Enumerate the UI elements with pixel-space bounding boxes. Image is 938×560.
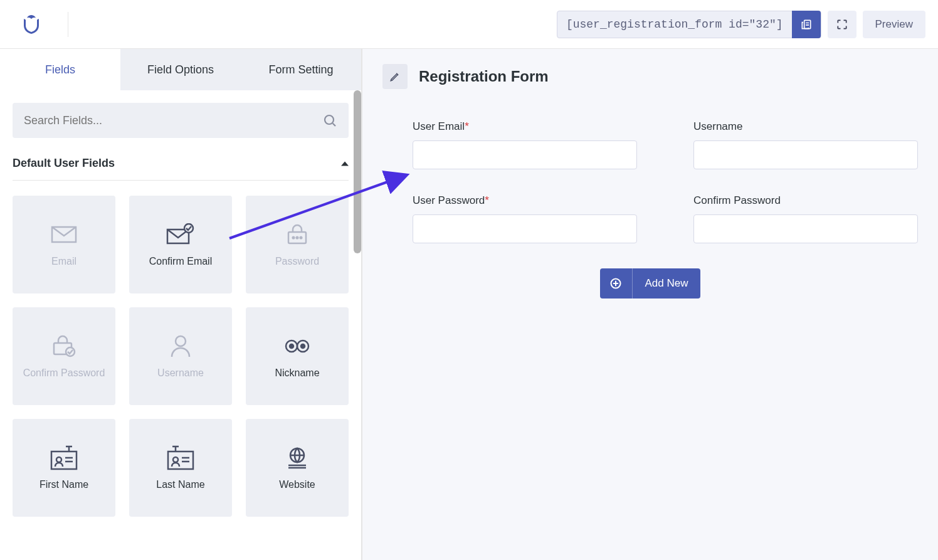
tab-field-options[interactable]: Field Options	[120, 49, 241, 90]
field-tile-nickname[interactable]: Nickname	[246, 307, 349, 405]
add-new-row: Add New	[382, 268, 918, 298]
svg-point-11	[176, 336, 186, 346]
field-tile-confirm-email[interactable]: Confirm Email	[129, 196, 232, 293]
field-label: First Name	[40, 479, 88, 490]
sidebar-body: Default User Fields Email Confirm Email	[0, 90, 361, 529]
field-tile-password[interactable]: Password	[246, 196, 349, 293]
svg-point-1	[325, 115, 334, 124]
pencil-icon	[389, 71, 401, 82]
field-input[interactable]	[693, 140, 918, 169]
scrollbar[interactable]	[354, 90, 361, 253]
field-label: Password	[275, 256, 319, 267]
form-field-username[interactable]: Username	[693, 120, 918, 169]
field-input[interactable]	[693, 214, 918, 243]
section-header[interactable]: Default User Fields	[13, 151, 349, 181]
confirm-password-icon	[51, 334, 76, 359]
header: [user_registration_form id="32"] Preview	[0, 0, 938, 49]
name-icon	[50, 445, 78, 470]
tab-fields[interactable]: Fields	[0, 49, 120, 90]
divider	[68, 12, 68, 37]
field-label: User Email*	[413, 120, 637, 133]
username-icon	[170, 334, 191, 359]
svg-point-6	[293, 237, 295, 239]
field-label: Nickname	[275, 367, 319, 379]
clipboard-icon	[800, 18, 813, 31]
form-title-row: Registration Form	[382, 64, 918, 89]
shortcode-box: [user_registration_form id="32"]	[557, 11, 821, 38]
nickname-icon	[283, 334, 311, 359]
section-title: Default User Fields	[13, 157, 115, 170]
field-label: Username	[693, 120, 918, 133]
password-icon	[286, 222, 308, 247]
search-input[interactable]	[13, 103, 349, 138]
sidebar: Fields Field Options Form Setting Defaul…	[0, 49, 362, 560]
field-tile-website[interactable]: Website	[246, 419, 349, 517]
field-label: Username	[157, 367, 204, 379]
form-field-user-email[interactable]: User Email*	[413, 120, 637, 169]
field-input[interactable]	[413, 214, 637, 243]
field-label: Confirm Password	[23, 367, 105, 379]
preview-button[interactable]: Preview	[863, 11, 925, 38]
search	[13, 103, 349, 138]
field-tile-email[interactable]: Email	[13, 196, 115, 293]
field-tile-first-name[interactable]: First Name	[13, 419, 115, 517]
copy-button[interactable]	[792, 11, 821, 38]
form-field-user-password[interactable]: User Password*	[413, 194, 637, 243]
preview-label: Preview	[875, 18, 913, 31]
svg-point-14	[290, 344, 293, 348]
form-title[interactable]: Registration Form	[419, 68, 549, 85]
header-left	[13, 12, 68, 37]
svg-point-8	[300, 237, 302, 239]
field-tile-last-name[interactable]: Last Name	[129, 419, 232, 517]
website-icon	[285, 445, 310, 470]
svg-point-15	[301, 344, 305, 348]
form-row: User Email* Username	[382, 120, 918, 169]
field-label: Confirm Password	[693, 194, 918, 207]
field-input[interactable]	[413, 140, 637, 169]
fullscreen-button[interactable]	[828, 11, 856, 38]
form-field-confirm-password[interactable]: Confirm Password	[693, 194, 918, 243]
field-tile-username[interactable]: Username	[129, 307, 232, 405]
add-new-label: Add New	[633, 277, 701, 290]
add-new-button[interactable]: Add New	[600, 268, 701, 298]
search-icon	[322, 113, 337, 128]
fields-grid: Email Confirm Email Password	[13, 196, 349, 517]
field-tile-confirm-password[interactable]: Confirm Password	[13, 307, 115, 405]
form-row: User Password* Confirm Password	[382, 194, 918, 243]
edit-title-button[interactable]	[382, 64, 408, 89]
field-label: Website	[279, 479, 315, 490]
field-label: Last Name	[156, 479, 204, 490]
field-label: Confirm Email	[149, 256, 212, 267]
svg-point-19	[173, 457, 178, 462]
logo-icon	[20, 13, 43, 36]
tabs: Fields Field Options Form Setting	[0, 49, 361, 90]
tab-form-setting[interactable]: Form Setting	[241, 49, 361, 90]
shortcode-text[interactable]: [user_registration_form id="32"]	[557, 18, 792, 31]
field-label: Email	[51, 256, 76, 267]
plus-icon	[600, 268, 633, 298]
name-icon	[167, 445, 194, 470]
chevron-up-icon	[341, 160, 349, 167]
expand-icon	[836, 18, 848, 31]
svg-point-17	[56, 457, 61, 462]
main: Fields Field Options Form Setting Defaul…	[0, 49, 938, 560]
header-right: [user_registration_form id="32"] Preview	[557, 11, 925, 38]
field-label: User Password*	[413, 194, 637, 207]
confirm-email-icon	[166, 222, 195, 247]
svg-point-7	[297, 237, 298, 239]
canvas: Registration Form User Email* Username U…	[362, 49, 938, 560]
email-icon	[51, 222, 77, 247]
